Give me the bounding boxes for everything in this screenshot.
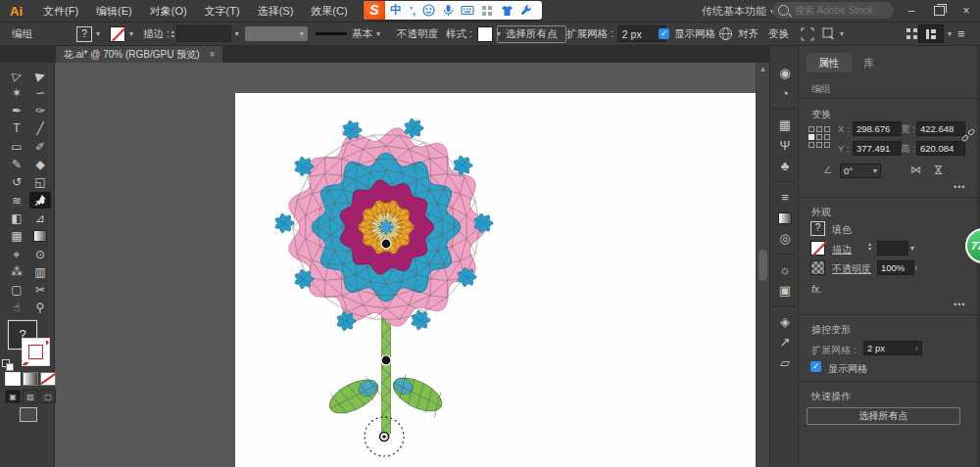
style-swatch[interactable] [477,26,493,42]
screen-mode-button[interactable] [20,407,37,422]
swatches-panel-icon[interactable]: ▦ [770,115,800,135]
stepper-icon[interactable]: ▴▾ [172,29,174,39]
color-button[interactable] [5,372,21,386]
close-button[interactable]: × [953,0,980,22]
scale-tool[interactable]: ◱ [29,174,51,191]
isolate-selection-icon[interactable]: ▾ [822,23,844,45]
curvature-tool[interactable]: ✑ [29,103,51,119]
menu-item-文字[interactable]: 文字(T) [196,4,249,19]
paintbrush-tool[interactable]: ✐ [29,138,51,155]
transform-menu[interactable]: 变换 [768,23,789,45]
width-tool[interactable]: ≋ [6,192,27,209]
brush-definition-dropdown[interactable]: 基本 ▾ [316,23,380,45]
opacity-link[interactable]: 不透明度 [832,262,871,276]
opacity-label[interactable]: 不透明度 [397,23,438,45]
rectangle-tool[interactable]: ▭ [6,138,27,155]
rotate-tool[interactable]: ↺ [6,174,27,191]
select-all-points-button[interactable]: 选择所有点 [807,407,960,425]
graphic-styles-panel-icon[interactable]: ▣ [770,280,800,301]
direct-selection-tool[interactable]: ▷ [4,64,29,86]
document-grid-icon[interactable] [906,23,918,45]
show-mesh-checkbox[interactable]: ✓ [810,361,821,372]
default-fill-stroke-icon[interactable] [2,359,13,370]
fill-swatch[interactable]: ? [76,26,92,42]
draw-behind-button[interactable]: ▨ [23,390,38,403]
height-field[interactable]: 620.084 [916,141,965,156]
expand-mesh-field[interactable]: 2 px› [863,341,922,355]
fill-swatch[interactable]: ? [810,221,825,236]
flip-vertical-icon[interactable]: ⋈ [932,164,945,175]
stroke-indicator[interactable] [22,338,50,366]
stroke-link[interactable]: 描边 [832,243,852,257]
zoom-tool[interactable]: ⚲ [29,300,51,316]
tab-libraries[interactable]: 库 [852,53,886,72]
slice-tool[interactable]: ✂ [29,282,51,299]
search-input[interactable] [793,4,885,17]
style-control[interactable]: 样式 : ▾ [446,23,501,45]
stroke-panel-icon[interactable]: ≡ [770,187,800,208]
document-tab[interactable]: 花.ai* @ 70% (RGB/GPU 预览) × [56,46,222,63]
draw-inside-button[interactable]: ▢ [40,390,56,403]
eyedropper-tool[interactable]: ⌖ [6,246,27,262]
stock-search[interactable] [772,2,894,19]
skin-icon[interactable] [499,3,514,19]
align-menu[interactable]: 对齐 [738,23,759,45]
eraser-tool[interactable]: ◆ [29,157,51,173]
menu-item-选择[interactable]: 选择(S) [249,4,303,19]
hand-tool[interactable]: ☝ [6,300,27,316]
mic-icon[interactable] [440,3,456,19]
shape-builder-tool[interactable]: ◧ [6,210,27,226]
minimize-button[interactable]: – [898,0,925,22]
stepper-icon[interactable]: ▴▾ [868,242,871,252]
menu-item-文件[interactable]: 文件(F) [34,4,87,19]
canvas[interactable]: ▲ [54,63,769,467]
layers-panel-icon[interactable]: ◈ [770,311,800,332]
symbols-panel-icon[interactable]: ♣ [770,156,800,176]
chevron-right-icon[interactable]: › [914,262,917,273]
color-guide-panel-icon[interactable]: ◔ [770,83,800,104]
asset-export-panel-icon[interactable]: ▱ [770,352,800,373]
menu-item-编辑[interactable]: 编辑(E) [87,4,141,19]
stroke-weight-field[interactable] [176,25,231,42]
bounding-box-icon[interactable] [801,23,814,45]
workspace-switcher[interactable]: 传统基本功能 ▾ [702,0,774,22]
restore-button[interactable] [925,0,953,22]
fx-button[interactable]: fx. [811,284,822,295]
x-field[interactable]: 298.676 [853,121,902,136]
draw-normal-button[interactable]: ▣ [5,390,21,403]
shaper-tool[interactable]: ✎ [6,157,27,173]
selection-tool[interactable]: ▶ [27,64,53,86]
flower-artwork[interactable] [54,63,769,467]
stroke-none-swatch[interactable] [810,241,825,256]
lasso-tool[interactable]: ∽ [29,84,51,101]
more-options-icon[interactable]: ••• [954,182,965,192]
tab-properties[interactable]: 属性 [807,53,852,72]
stroke-color-control[interactable]: ▾ [110,23,133,45]
symbol-sprayer-tool[interactable]: ⁂ [6,263,27,280]
menu-item-效果[interactable]: 效果(C) [302,4,356,19]
gradient-tool[interactable] [29,228,51,245]
checkbox-checked-icon[interactable]: ✓ [659,28,669,39]
transparency-panel-icon[interactable]: ◎ [770,228,800,249]
constrain-proportions-icon[interactable] [961,129,975,145]
toolbox-icon[interactable] [479,3,495,19]
scrollbar-thumb[interactable] [759,250,767,281]
gradient-panel-icon[interactable] [770,208,800,228]
magic-wand-tool[interactable]: ✶ [6,84,27,101]
select-all-points-button-bar[interactable]: 选择所有点 [497,23,566,45]
ime-mode-toggle[interactable]: 中 [385,2,407,19]
artboards-panel-icon[interactable]: ↗ [770,332,800,352]
close-tab-icon[interactable]: × [210,49,216,60]
more-options-icon[interactable]: ••• [954,300,965,309]
perspective-grid-tool[interactable]: ⊿ [29,210,51,226]
record-pins-icon[interactable] [718,23,733,45]
color-panel-icon[interactable]: ◉ [770,63,800,83]
mesh-tool[interactable]: ▦ [6,228,27,245]
ime-logo-icon[interactable]: S [364,1,385,20]
width-field[interactable]: 422.648 [916,121,965,136]
y-field[interactable]: 377.491 [853,141,902,156]
artboard-tool[interactable]: ▢ [6,282,27,299]
scroll-up-icon[interactable]: ▲ [757,65,769,73]
ime-punctuation-toggle[interactable]: ’, [407,5,418,17]
arrange-documents-button[interactable]: ▾ [918,23,952,45]
